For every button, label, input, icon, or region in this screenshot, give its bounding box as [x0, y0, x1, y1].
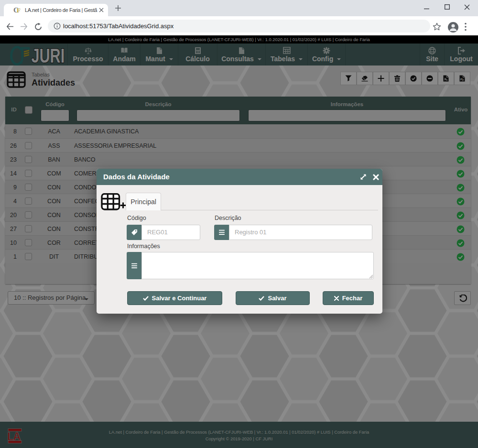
- svg-text:F: F: [17, 7, 21, 14]
